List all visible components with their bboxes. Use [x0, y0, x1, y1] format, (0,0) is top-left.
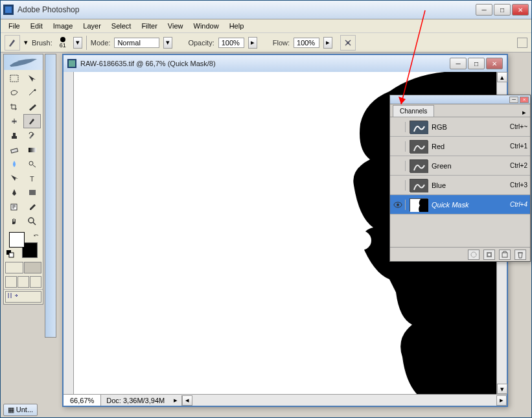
visibility-toggle[interactable]	[393, 122, 406, 132]
clone-stamp-tool[interactable]	[5, 128, 23, 143]
palette-dock-tab[interactable]	[45, 54, 56, 338]
photoshop-main-window: Adobe Photoshop ─ □ ✕ File Edit Image La…	[0, 0, 532, 418]
menu-filter[interactable]: Filter	[136, 20, 162, 32]
save-selection-icon[interactable]	[483, 250, 495, 260]
airbrush-icon[interactable]	[340, 35, 356, 51]
svg-rect-30	[502, 253, 507, 257]
brush-dropdown-button[interactable]: ▾	[73, 37, 82, 49]
menu-layer[interactable]: Layer	[78, 20, 106, 32]
visibility-toggle[interactable]	[393, 200, 406, 210]
zoom-level[interactable]: 66,67%	[64, 395, 101, 406]
menu-view[interactable]: View	[163, 20, 189, 32]
standard-mode-button[interactable]	[5, 262, 23, 273]
options-bar: ▾ Brush: 61 ▾ Mode: Normal ▾ Opacity: 10…	[1, 33, 531, 52]
flow-slider-button[interactable]: ▸	[323, 37, 332, 49]
channel-red[interactable]: Red Ctrl+1	[390, 137, 530, 156]
zoom-tool[interactable]	[23, 214, 41, 228]
svg-rect-8	[10, 148, 17, 153]
dodge-tool[interactable]	[23, 157, 41, 171]
slice-tool[interactable]	[23, 100, 41, 114]
visibility-toggle[interactable]	[393, 180, 406, 191]
full-screen-menubar-button[interactable]	[17, 276, 29, 288]
opacity-input[interactable]: 100%	[218, 38, 244, 48]
menu-help[interactable]: Help	[224, 20, 249, 32]
history-brush-tool[interactable]	[23, 128, 41, 143]
doc-minimize-button[interactable]: ─	[450, 58, 467, 69]
scroll-down-button[interactable]: ▾	[497, 384, 507, 394]
path-selection-tool[interactable]	[5, 171, 23, 185]
full-screen-button[interactable]	[30, 276, 41, 288]
menu-edit[interactable]: Edit	[25, 20, 48, 32]
panel-menu-icon[interactable]: ▸	[518, 108, 530, 117]
lasso-tool[interactable]	[5, 86, 23, 100]
scroll-up-button[interactable]: ▴	[497, 72, 507, 82]
imageready-jump-button[interactable]	[5, 291, 41, 303]
eyedropper-tool[interactable]	[23, 200, 41, 214]
hand-tool[interactable]	[5, 214, 23, 228]
photoshop-logo-icon	[3, 5, 14, 15]
opacity-label: Opacity:	[188, 39, 214, 47]
channel-name: RGB	[432, 123, 506, 131]
brush-preview[interactable]: 61	[56, 36, 69, 49]
swap-colors-icon[interactable]: ⤺	[34, 232, 39, 238]
standard-screen-button[interactable]	[5, 276, 17, 288]
vertical-ruler[interactable]	[64, 72, 74, 394]
scroll-left-button[interactable]: ◂	[182, 395, 192, 406]
panel-header[interactable]: ─ ×	[390, 95, 530, 104]
svg-point-25	[397, 203, 399, 206]
type-tool[interactable]: T	[23, 171, 41, 185]
mode-select[interactable]: Normal	[114, 38, 159, 48]
app-titlebar: Adobe Photoshop ─ □ ✕	[1, 1, 531, 19]
mode-dropdown-button[interactable]: ▾	[163, 37, 172, 49]
pen-tool[interactable]	[5, 185, 23, 200]
doc-info-arrow-icon[interactable]: ▸	[170, 396, 181, 404]
panel-close-button[interactable]: ×	[520, 97, 529, 103]
foreground-color-swatch[interactable]	[9, 232, 25, 248]
panel-minimize-button[interactable]: ─	[509, 97, 518, 103]
eraser-tool[interactable]	[5, 143, 23, 157]
menu-file[interactable]: File	[3, 20, 25, 32]
scroll-right-button[interactable]: ▸	[496, 395, 507, 406]
minimize-button[interactable]: ─	[476, 4, 492, 16]
dropdown-arrow-icon[interactable]: ▾	[24, 38, 28, 47]
document-icon	[67, 59, 76, 68]
brush-tool[interactable]	[23, 114, 41, 128]
close-button[interactable]: ✕	[512, 4, 529, 16]
channels-tab[interactable]: Channels	[393, 105, 434, 117]
rectangular-marquee-tool[interactable]	[5, 71, 23, 86]
channel-rgb[interactable]: RGB Ctrl+~	[390, 117, 530, 137]
crop-tool[interactable]	[5, 100, 23, 114]
palette-well-icon[interactable]	[517, 38, 527, 48]
window-tab-item[interactable]: ▦ Unt...	[3, 404, 38, 416]
healing-brush-tool[interactable]	[5, 114, 23, 128]
blur-tool[interactable]	[5, 157, 23, 171]
delete-channel-icon[interactable]	[515, 250, 526, 260]
channel-shortcut: Ctrl+1	[510, 143, 527, 150]
channel-blue[interactable]: Blue Ctrl+3	[390, 176, 530, 195]
move-tool[interactable]	[23, 71, 41, 86]
flow-input[interactable]: 100%	[294, 38, 319, 48]
quick-mask-mode-button[interactable]	[24, 262, 42, 273]
load-selection-icon[interactable]	[468, 250, 480, 260]
menu-image[interactable]: Image	[48, 20, 78, 32]
gradient-tool[interactable]	[23, 143, 41, 157]
notes-tool[interactable]	[5, 200, 23, 214]
visibility-toggle[interactable]	[393, 161, 406, 171]
doc-close-button[interactable]: ✕	[486, 58, 503, 69]
horizontal-scrollbar[interactable]: ◂ ▸	[181, 395, 507, 406]
opacity-slider-button[interactable]: ▸	[248, 37, 257, 49]
channel-quick-mask[interactable]: Quick Mask Ctrl+4	[390, 195, 530, 215]
channel-name: Red	[432, 143, 506, 150]
new-channel-icon[interactable]	[499, 250, 511, 260]
rectangle-tool[interactable]	[23, 185, 41, 200]
maximize-button[interactable]: □	[494, 4, 511, 16]
channel-green[interactable]: Green Ctrl+2	[390, 156, 530, 176]
visibility-toggle[interactable]	[393, 141, 406, 152]
menu-window[interactable]: Window	[189, 20, 224, 32]
brush-tool-preset-icon[interactable]	[5, 35, 20, 51]
default-colors-icon[interactable]	[6, 250, 14, 258]
magic-wand-tool[interactable]	[23, 86, 41, 100]
channel-list: RGB Ctrl+~ Red Ctrl+1 Green Ctrl+2 Blue …	[390, 117, 530, 247]
doc-maximize-button[interactable]: □	[468, 58, 485, 69]
menu-select[interactable]: Select	[106, 20, 137, 32]
